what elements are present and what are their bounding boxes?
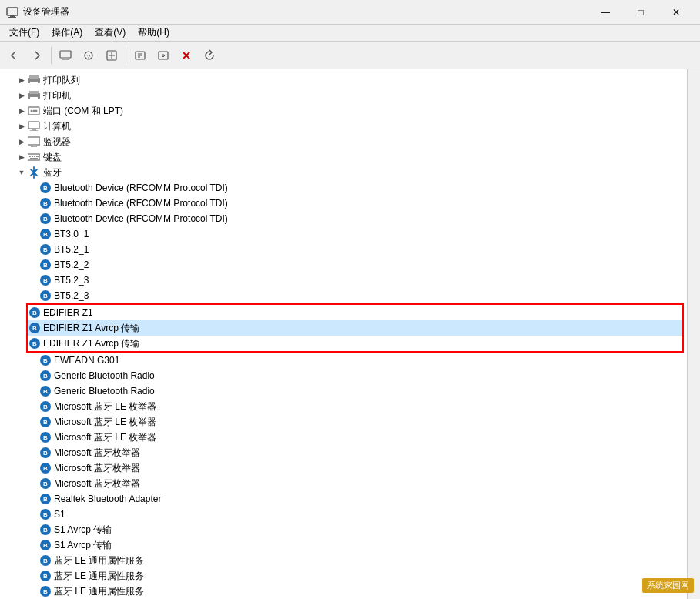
more-device-2[interactable]: B Generic Bluetooth Radio: [0, 383, 687, 399]
category-print-queue[interactable]: ▶ 打印队列: [0, 72, 687, 88]
category-printers[interactable]: ▶ 打印机: [0, 88, 687, 103]
update-driver-button[interactable]: [152, 45, 174, 66]
category-label-ports: 端口 (COM 和 LPT): [43, 105, 123, 118]
bt-device-0[interactable]: ▶ B Bluetooth Device (RFCOMM Protocol TD…: [0, 180, 687, 196]
expander-computer: ▶: [15, 120, 28, 132]
category-bluetooth[interactable]: ▼ 蓝牙: [0, 165, 687, 180]
properties-button[interactable]: [129, 45, 151, 66]
more-device-1[interactable]: B Generic Bluetooth Radio: [0, 368, 687, 383]
category-label-print-queue: 打印队列: [43, 74, 80, 87]
more-device-6[interactable]: B Microsoft 蓝牙枚举器: [0, 445, 687, 460]
bt-icon-2: B: [40, 213, 51, 224]
category-label-printers: 打印机: [43, 89, 71, 102]
bt-highlighted-0[interactable]: B EDIFIER Z1: [28, 305, 682, 320]
device-tree[interactable]: ▶ 打印队列 ▶ 打印机 ▶ 端口 (COM 和 LPT) ▶: [0, 69, 688, 599]
bt-icon-4: B: [40, 244, 51, 255]
more-bt-label-8: Microsoft 蓝牙枚举器: [54, 477, 140, 490]
more-device-8[interactable]: B Microsoft 蓝牙枚举器: [0, 476, 687, 491]
menu-file[interactable]: 文件(F): [3, 25, 45, 41]
forward-button[interactable]: [26, 45, 48, 66]
scrollbar-area[interactable]: [688, 69, 700, 599]
bt-device-7[interactable]: ▶ B BT5.2_3: [0, 288, 687, 303]
svg-rect-35: [34, 156, 35, 157]
bt-device-2[interactable]: ▶ B Bluetooth Device (RFCOMM Protocol TD…: [0, 211, 687, 226]
window-title: 设备管理器: [23, 5, 588, 18]
bt-h-icon-0: B: [29, 307, 40, 318]
more-device-14[interactable]: B 蓝牙 LE 通用属性服务: [0, 568, 687, 584]
svg-rect-36: [36, 156, 39, 157]
svg-rect-0: [7, 8, 18, 15]
category-keyboard[interactable]: ▶ 键盘: [0, 149, 687, 165]
more-device-10[interactable]: B S1: [0, 507, 687, 522]
more-device-3[interactable]: B Microsoft 蓝牙 LE 枚举器: [0, 399, 687, 414]
print-queue-icon: [28, 74, 40, 86]
bt-h-label-1: EDIFIER Z1 Avrcp 传输: [43, 322, 139, 335]
toolbar-sep-1: [51, 47, 52, 64]
category-ports[interactable]: ▶ 端口 (COM 和 LPT): [0, 103, 687, 119]
bt-highlighted-1[interactable]: B EDIFIER Z1 Avrcp 传输: [28, 320, 682, 336]
category-computer[interactable]: ▶ 计算机: [0, 119, 687, 134]
computer-button[interactable]: [55, 45, 76, 66]
more-device-4[interactable]: B Microsoft 蓝牙 LE 枚举器: [0, 414, 687, 430]
refresh-button[interactable]: [199, 45, 220, 66]
more-bt-label-5: Microsoft 蓝牙 LE 枚举器: [54, 431, 156, 444]
bt-icon-0: B: [40, 182, 51, 193]
menu-bar: 文件(F) 操作(A) 查看(V) 帮助(H): [0, 25, 700, 42]
minimize-button[interactable]: —: [588, 0, 623, 25]
svg-rect-37: [30, 158, 38, 159]
svg-rect-5: [62, 59, 69, 60]
bt-device-6[interactable]: ▶ B BT5.2_3: [0, 273, 687, 288]
more-bt-icon-15: B: [40, 586, 51, 597]
more-device-13[interactable]: B 蓝牙 LE 通用属性服务: [0, 553, 687, 568]
category-label-computer: 计算机: [43, 120, 71, 133]
menu-action[interactable]: 操作(A): [45, 25, 89, 41]
bt-device-1[interactable]: ▶ B Bluetooth Device (RFCOMM Protocol TD…: [0, 196, 687, 211]
bt-device-4[interactable]: ▶ B BT5.2_1: [0, 242, 687, 257]
more-bt-label-0: EWEADN G301: [54, 355, 119, 366]
more-bt-icon-9: B: [40, 494, 51, 504]
svg-rect-27: [32, 129, 36, 130]
uninstall-button[interactable]: [176, 45, 197, 66]
menu-view[interactable]: 查看(V): [89, 25, 132, 41]
show-all-button[interactable]: ?: [78, 45, 99, 66]
expander-printers: ▶: [15, 89, 28, 102]
more-bt-icon-14: B: [40, 571, 51, 581]
bt-label-2: Bluetooth Device (RFCOMM Protocol TDI): [54, 213, 228, 224]
maximize-button[interactable]: □: [623, 0, 658, 25]
bt-label-1: Bluetooth Device (RFCOMM Protocol TDI): [54, 198, 228, 209]
scan-button[interactable]: [101, 45, 122, 66]
more-bt-label-4: Microsoft 蓝牙 LE 枚举器: [54, 416, 156, 429]
more-device-12[interactable]: B S1 Avrcp 传输: [0, 537, 687, 553]
printers-icon: [28, 89, 40, 102]
more-bt-label-3: Microsoft 蓝牙 LE 枚举器: [54, 400, 156, 413]
more-bt-label-1: Generic Bluetooth Radio: [54, 370, 155, 381]
close-button[interactable]: ✕: [658, 0, 694, 25]
bt-h-icon-1: B: [29, 323, 40, 333]
more-bt-icon-13: B: [40, 555, 51, 566]
more-device-9[interactable]: B Realtek Bluetooth Adapter: [0, 491, 687, 507]
bt-device-5[interactable]: ▶ B BT5.2_2: [0, 257, 687, 273]
bt-device-3[interactable]: ▶ B BT3.0_1: [0, 226, 687, 242]
more-devices: B EWEADN G301 B Generic Bluetooth Radio …: [0, 353, 687, 599]
more-bt-icon-3: B: [40, 401, 51, 412]
back-button[interactable]: [3, 45, 25, 66]
svg-rect-33: [29, 156, 31, 157]
svg-point-24: [33, 110, 35, 112]
more-bt-label-14: 蓝牙 LE 通用属性服务: [54, 570, 144, 583]
category-monitor[interactable]: ▶ 监视器: [0, 134, 687, 149]
bt-highlighted-2[interactable]: B EDIFIER Z1 Avrcp 传输: [28, 336, 682, 351]
more-device-7[interactable]: B Microsoft 蓝牙枚举器: [0, 460, 687, 476]
more-device-15[interactable]: B 蓝牙 LE 通用属性服务: [0, 584, 687, 599]
svg-rect-1: [10, 15, 15, 17]
more-device-5[interactable]: B Microsoft 蓝牙 LE 枚举器: [0, 430, 687, 445]
bt-h-label-2: EDIFIER Z1 Avrcp 传输: [43, 337, 139, 350]
svg-rect-31: [31, 146, 37, 147]
more-device-0[interactable]: B EWEADN G301: [0, 353, 687, 368]
more-device-11[interactable]: B S1 Avrcp 传输: [0, 522, 687, 537]
bt-label-3: BT3.0_1: [54, 229, 89, 239]
menu-help[interactable]: 帮助(H): [132, 25, 176, 41]
monitor-icon: [28, 136, 40, 148]
toolbar: ?: [0, 42, 700, 69]
expander-print-queue: ▶: [15, 74, 28, 86]
svg-rect-34: [32, 156, 33, 157]
